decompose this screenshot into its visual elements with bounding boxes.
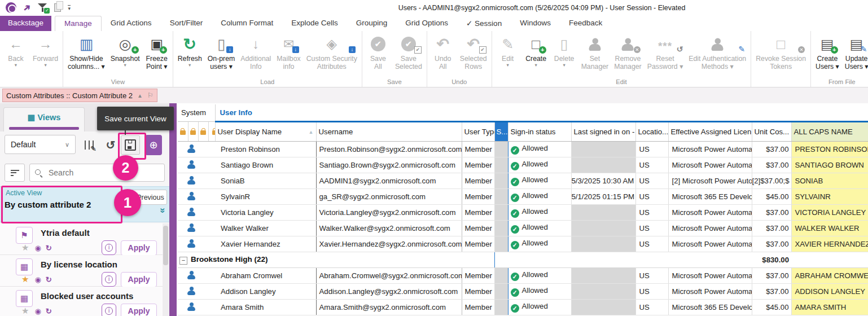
favorite-star-icon[interactable]: ★ [21, 274, 29, 284]
lock-column-header[interactable] [188, 121, 198, 141]
delete-button[interactable]: Delete▾ [550, 32, 578, 78]
collapse-group-icon[interactable]: − [179, 257, 187, 265]
tab-grid-options[interactable]: Grid Options [396, 16, 457, 31]
ribbon-group-label: From File [813, 78, 868, 87]
col-user-type[interactable]: User Type [462, 121, 494, 141]
cell-signin-status: ✓Allowed [508, 267, 571, 283]
custom-security-attributes-button[interactable]: Custom SecurityAttributes [304, 32, 360, 78]
info-button[interactable]: i [102, 240, 116, 255]
col-effective-licenses[interactable]: Effective Assigned Licen... [668, 121, 752, 141]
copy-icon[interactable] [54, 3, 61, 12]
forward-button[interactable]: Forward▾ [30, 32, 61, 78]
back-button[interactable]: Back▾ [2, 32, 30, 78]
selected-rows-button[interactable]: SelectedRows [457, 32, 490, 78]
col-signin-status[interactable]: Sign-in status [508, 121, 571, 141]
table-row[interactable]: Addison LangleyAddison.Langley@sygx2.onm… [178, 283, 868, 299]
cell-unit-cost: $37.00 [752, 220, 791, 236]
filter-check-icon[interactable] [37, 3, 47, 12]
table-row[interactable]: Victoria LangleyVictoria.Langley@sygx2.o… [178, 204, 868, 220]
col-all-caps-name[interactable]: ALL CAPS NAME [791, 121, 868, 141]
panel-splitter[interactable] [169, 103, 177, 316]
table-row[interactable]: Xavier HernandezXavier.Hernandez@sygx2.o… [178, 236, 868, 252]
scrollbar-thumb[interactable] [163, 226, 168, 265]
col-unit-cost[interactable]: Unit Cos... [752, 121, 791, 141]
cell-attribute [494, 157, 508, 173]
favorite-star-icon[interactable]: ★ [21, 306, 29, 316]
snapshot-button[interactable]: Snapshot▾ [108, 32, 143, 78]
freeze-point-button[interactable]: FreezePoint ▾ [143, 32, 171, 78]
band-user-info[interactable]: User Info [215, 104, 868, 121]
mailbox-info-button[interactable]: Mailboxinfo [274, 32, 303, 78]
table-row[interactable]: SylvainRga_SR@sygx2.onmicrosoft.comMembe… [178, 188, 868, 204]
tab-windows[interactable]: Windows [511, 16, 560, 31]
apply-button[interactable]: Apply [121, 272, 157, 287]
col-last-signed-in[interactable]: Last signed in on - ... [571, 121, 635, 141]
view-item-blocked-user-accounts[interactable]: ▦Blocked user accounts★◉↻iApply [0, 287, 163, 316]
lock-column-header-clipped[interactable] [208, 121, 215, 141]
col-user-display-name[interactable]: User Display Name▲ [215, 121, 316, 141]
edit-columns-button[interactable] [80, 135, 99, 155]
view-item-by-license-location[interactable]: ▦By license location★◉↻iApply [0, 255, 163, 287]
table-row[interactable]: SoniaBAADMIN1@sygx2.onmicrosoft.comMembe… [178, 173, 868, 188]
undo-all-button[interactable]: UndoAll [429, 32, 457, 78]
tab-backstage[interactable]: Backstage [0, 16, 51, 31]
info-button[interactable]: i [102, 304, 116, 316]
table-row[interactable]: Abraham CromwelAbraham.Cromwel@sygx2.onm… [178, 267, 868, 283]
ribbon-tab-bar: BackstageManageGrid ActionsSort/FilterCo… [0, 16, 868, 32]
reset-view-button[interactable]: ↺ [101, 135, 120, 155]
col-selected-attribute[interactable]: S... [494, 121, 508, 141]
col-location[interactable]: Locatio... [635, 121, 668, 141]
band-system[interactable]: System [178, 104, 215, 121]
save-all-button[interactable]: SaveAll [364, 32, 392, 78]
cell-signin-status: ✓Allowed [508, 299, 571, 315]
show-hide-columns-button[interactable]: Show/Hidecolumns... ▾ [65, 32, 108, 78]
edit-button[interactable]: Edit▾ [494, 32, 522, 78]
set-manager-button[interactable]: SetManager [578, 32, 612, 78]
col-username[interactable]: Username [316, 121, 462, 141]
tab-explode-cells[interactable]: Explode Cells [282, 16, 347, 31]
edit-authentication-methods-button[interactable]: Edit AuthenticationMethods ▾ [686, 32, 749, 78]
lock-column-header[interactable] [178, 121, 188, 141]
info-button[interactable]: i [102, 272, 116, 287]
collapse-caret-icon[interactable]: ▲ [137, 93, 143, 99]
breadcrumb[interactable]: Custom Attributes :: Custom Attribute 2 … [2, 89, 157, 102]
remove-manager-button[interactable]: RemoveManager [611, 32, 645, 78]
update-users-button[interactable]: UpdateUsers ▾ [842, 32, 868, 78]
tab-sort-filter[interactable]: Sort/Filter [161, 16, 212, 31]
tab-column-format[interactable]: Column Format [212, 16, 282, 31]
create-users-button[interactable]: CreateUsers ▾ [813, 32, 842, 78]
share-icon[interactable]: ➔ [20, 1, 33, 14]
tab-session[interactable]: ✓ Session [457, 16, 511, 31]
group-row[interactable]: −Brookstone High (22)$830.00 [178, 252, 868, 267]
customize-caret-icon[interactable]: ▾ [68, 5, 71, 11]
tab-manage[interactable]: Manage [55, 16, 102, 31]
table-row[interactable]: Preston RobinsonPreston.Robinson@sygx2.o… [178, 141, 868, 157]
reset-password-button[interactable]: ResetPassword ▾ [645, 32, 686, 78]
create-button[interactable]: Create▾ [522, 32, 550, 78]
view-set-select[interactable]: Default ∨ [5, 135, 76, 154]
search-input[interactable] [47, 168, 160, 178]
tab-grid-actions[interactable]: Grid Actions [102, 16, 161, 31]
apply-button[interactable]: Apply [121, 240, 157, 256]
table-row[interactable]: Santiago BrownSantiago.Brown@sygx2.onmic… [178, 157, 868, 173]
view-item-ytria-default[interactable]: ⚑Ytria default★◉↻iApply [0, 223, 163, 255]
filter-views-button[interactable] [5, 164, 25, 182]
favorite-star-icon[interactable]: ★ [21, 243, 29, 253]
save-selected-button[interactable]: SaveSelected [392, 32, 425, 78]
view-list-scrollbar[interactable] [163, 223, 169, 316]
lock-column-header[interactable] [198, 121, 208, 141]
apply-button[interactable]: Apply [121, 304, 157, 316]
table-row[interactable]: Amara SmithAmara.Smith@sygx2.onmicrosoft… [178, 299, 868, 315]
tab-grouping[interactable]: Grouping [347, 16, 397, 31]
cell-all-caps-name: SYLVAINR [791, 188, 868, 204]
add-view-button[interactable]: ⊕ [145, 135, 162, 155]
collapse-chevrons-icon[interactable]: « [156, 208, 168, 213]
filter-edit-icon[interactable]: ⚐ [147, 91, 154, 99]
ribbon-group-misc: Back▾Forward▾ [0, 31, 63, 87]
refresh-button[interactable]: Refresh▾ [175, 32, 205, 78]
table-row[interactable]: Walker WalkerWalker.Walker@sygx2.onmicro… [178, 220, 868, 236]
revoke-session-tokens-button[interactable]: Revoke SessionTokens [753, 32, 809, 78]
additional-info-button[interactable]: AdditionalInfo [238, 32, 274, 78]
tab-feedback[interactable]: Feedback [560, 16, 611, 31]
on-prem-users-button[interactable]: On-premusers ▾ [205, 32, 238, 78]
